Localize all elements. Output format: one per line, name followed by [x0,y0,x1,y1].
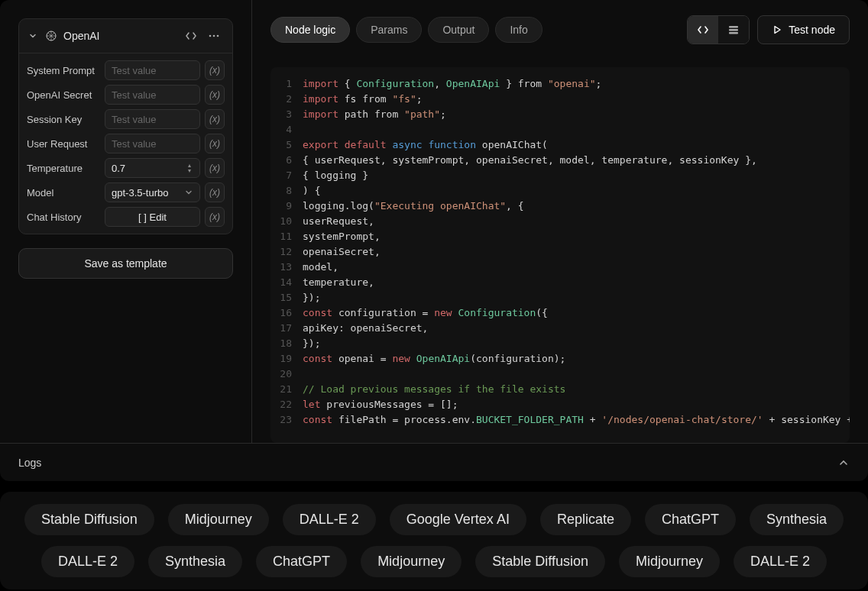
logs-panel[interactable]: Logs [0,443,868,481]
code-line: 4 [270,122,850,137]
suggestion-chip[interactable]: Stable Diffusion [475,546,605,577]
param-label: Model [27,187,100,199]
param-row: Temperature0.7▴▾(x) [27,157,225,179]
suggestion-chip[interactable]: Midjourney [168,504,269,535]
suggestion-chip[interactable]: Stable Diffusion [24,504,154,535]
code-icon[interactable] [182,27,200,45]
param-input[interactable] [105,109,200,129]
code-view-toggle[interactable] [688,16,718,44]
variable-button[interactable]: (x) [205,182,225,202]
code-line: 1import { Configuration, OpenAIApi } fro… [270,76,850,92]
code-line: 6{ userRequest, systemPrompt, openaiSecr… [270,153,850,168]
param-list: System Prompt(x)OpenAI Secret(x)Session … [19,53,232,234]
svg-point-3 [217,35,219,37]
line-number: 7 [270,168,303,183]
variable-button[interactable]: (x) [205,134,225,153]
suggestion-chip[interactable]: DALL-E 2 [41,546,134,577]
list-view-toggle[interactable] [718,16,749,44]
code-content: openaiSecret, [303,244,381,260]
param-text-input[interactable] [112,89,193,101]
variable-button[interactable]: (x) [205,207,225,227]
line-number: 20 [270,367,303,382]
code-content: // Load previous messages if the file ex… [303,382,565,397]
variable-button[interactable]: (x) [205,60,225,80]
code-content: ) { [303,183,320,199]
tab-node-logic[interactable]: Node logic [270,17,350,43]
code-line: 19const openai = new OpenAIApi(configura… [270,351,850,367]
code-line: 10userRequest, [270,214,850,229]
more-icon[interactable] [205,27,223,45]
line-number: 14 [270,275,303,290]
code-content: temperature, [303,275,374,290]
param-input[interactable] [105,134,200,153]
param-row: Session Key(x) [27,108,225,130]
tab-output[interactable]: Output [428,17,489,43]
code-line: 15}); [270,290,850,305]
code-content [303,367,309,382]
line-number: 19 [270,351,303,367]
param-input[interactable] [105,85,200,105]
suggestion-chip[interactable]: Synthesia [750,504,844,535]
variable-button[interactable]: (x) [205,109,225,129]
param-label: User Request [27,138,100,150]
suggestion-chip[interactable]: Midjourney [619,546,720,577]
param-row: Modelgpt-3.5-turbo(x) [27,182,225,203]
suggestion-chip[interactable]: DALL-E 2 [283,504,376,535]
code-line: 8) { [270,183,850,199]
code-content: apiKey: openaiSecret, [303,321,428,336]
code-line: 3import path from "path"; [270,107,850,122]
suggestion-chip[interactable]: Midjourney [361,546,462,577]
param-input[interactable] [105,60,200,80]
header-actions: Test node [687,15,850,44]
top-area: OpenAI System Prompt(x)OpenAI Secret(x)S… [0,0,868,443]
code-content [303,122,309,137]
content-area: Node logicParamsOutputInfo [252,0,868,443]
code-content: { logging } [303,168,368,183]
param-label: System Prompt [27,65,100,76]
suggestion-chip[interactable]: ChatGPT [645,504,736,535]
node-title: OpenAI [45,30,174,42]
chevron-up-icon[interactable] [837,457,850,469]
code-line: 12openaiSecret, [270,244,850,260]
content-header: Node logicParamsOutputInfo [252,0,868,55]
variable-button[interactable]: (x) [205,85,225,105]
line-number: 15 [270,290,303,305]
code-editor[interactable]: 1import { Configuration, OpenAIApi } fro… [252,55,868,443]
code-content: systemPrompt, [303,229,381,244]
save-template-button[interactable]: Save as template [18,248,233,279]
code-content: { userRequest, systemPrompt, openaiSecre… [303,153,757,168]
param-text-input[interactable] [112,65,193,76]
code-content: }); [303,290,320,305]
line-number: 8 [270,183,303,199]
suggestion-chip[interactable]: Synthesia [148,546,242,577]
code-content: userRequest, [303,214,374,229]
test-node-button[interactable]: Test node [757,15,850,44]
param-value: 0.7 [112,163,125,174]
param-text-input[interactable] [112,114,193,125]
param-input[interactable]: [ ] Edit [105,207,200,227]
tab-info[interactable]: Info [495,17,542,43]
suggestion-chip[interactable]: DALL-E 2 [734,546,827,577]
code-line: 14temperature, [270,275,850,290]
svg-point-1 [209,35,212,37]
suggestion-chip[interactable]: ChatGPT [256,546,347,577]
chevron-down-icon [184,188,193,197]
variable-button[interactable]: (x) [205,158,225,178]
param-input[interactable]: gpt-3.5-turbo [105,182,200,202]
line-number: 17 [270,321,303,336]
chevron-down-icon[interactable] [28,31,37,40]
tab-params[interactable]: Params [356,17,422,43]
line-number: 22 [270,397,303,412]
number-stepper[interactable]: ▴▾ [186,163,193,173]
code-content: const configuration = new Configuration(… [303,305,548,321]
param-input[interactable]: 0.7▴▾ [105,158,200,178]
suggestion-chip[interactable]: Google Vertex AI [390,504,526,535]
code-line: 16const configuration = new Configuratio… [270,305,850,321]
svg-point-2 [213,35,215,37]
param-text-input[interactable] [112,138,193,150]
param-row: System Prompt(x) [27,60,225,81]
suggestion-chip[interactable]: Replicate [540,504,631,535]
code-content: model, [303,260,338,275]
code-line: 20 [270,367,850,382]
play-icon [772,24,782,35]
